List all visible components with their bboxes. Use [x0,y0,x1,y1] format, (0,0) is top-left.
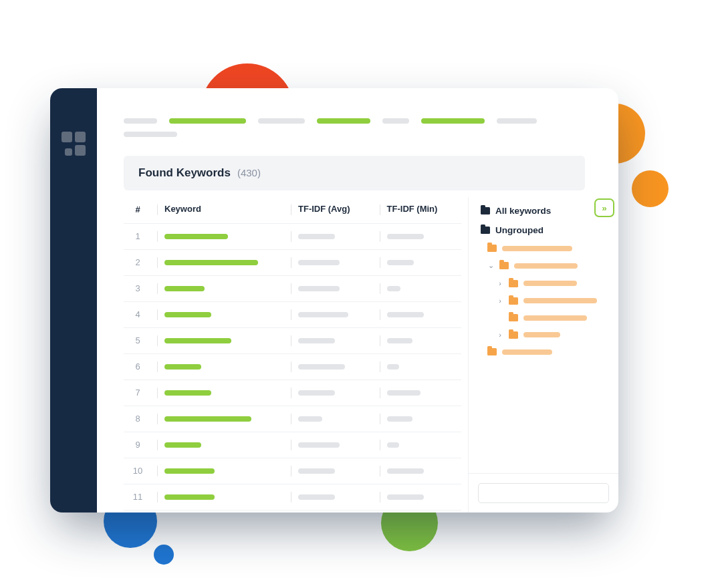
crumb-segment [382,118,409,124]
sidebar-group-item[interactable] [479,343,612,360]
cell-tfidf-min [374,484,461,510]
cell-keyword [152,406,285,432]
table-row[interactable]: 5 [124,327,461,353]
cell-tfidf-avg [285,380,374,406]
cell-tfidf-min [374,327,461,353]
cell-tfidf-avg [285,510,374,512]
table-row[interactable]: 3 [124,275,461,301]
col-number[interactable]: # [124,197,152,223]
cell-keyword [152,458,285,484]
row-number: 2 [124,249,152,275]
section-header: Found Keywords (430) [124,156,585,190]
cell-keyword [152,249,285,275]
decor-shape [632,170,669,207]
table-row[interactable]: 6 [124,353,461,380]
cell-tfidf-avg [285,458,374,484]
crumb-segment [124,132,177,137]
row-number: 4 [124,301,152,327]
chevron-down-icon: ⌄ [487,261,494,270]
row-number: 1 [124,223,152,249]
main-panel: Found Keywords (430) # Keyword TF-IDF (A… [97,88,618,512]
cell-tfidf-min [374,432,461,458]
cell-tfidf-min [374,458,461,484]
crumb-segment[interactable] [169,118,246,124]
cell-keyword [152,327,285,353]
sidebar-group-item[interactable]: › [479,326,612,343]
sidebar-group-item[interactable] [479,240,612,257]
groups-sidebar: » All keywords Ungrouped ⌄››› [468,197,618,512]
col-keyword[interactable]: Keyword [152,197,285,223]
sidebar-item-ungrouped[interactable]: Ungrouped [479,220,612,240]
row-number: 7 [124,380,152,406]
collapse-sidebar-button[interactable]: » [594,198,614,217]
cell-tfidf-min [374,406,461,432]
sidebar-item-label: All keywords [495,206,551,216]
cell-keyword [152,353,285,380]
group-label-placeholder [523,332,560,337]
table-row[interactable]: 2 [124,249,461,275]
group-label-placeholder [502,349,552,355]
cell-tfidf-avg [285,275,374,301]
group-label-placeholder [523,315,587,321]
folder-icon [509,297,518,305]
breadcrumb [124,118,618,137]
decor-shape [154,545,174,565]
cell-keyword [152,510,285,512]
group-label-placeholder [523,298,597,303]
col-tfidf-min[interactable]: TF-IDF (Min) [374,197,461,223]
apps-icon[interactable] [62,132,86,156]
sidebar-item-all-keywords[interactable]: All keywords [479,201,612,220]
row-number: 9 [124,432,152,458]
cell-tfidf-min [374,223,461,249]
cell-tfidf-min [374,353,461,380]
cell-tfidf-avg [285,432,374,458]
cell-keyword [152,380,285,406]
cell-tfidf-min [374,301,461,327]
cell-tfidf-avg [285,223,374,249]
sidebar-input[interactable] [478,483,609,503]
group-label-placeholder [514,263,578,269]
crumb-segment[interactable] [317,118,370,124]
row-number: 3 [124,275,152,301]
table-row[interactable]: 9 [124,432,461,458]
table-row[interactable]: 1 [124,223,461,249]
app-window: Found Keywords (430) # Keyword TF-IDF (A… [50,88,618,512]
crumb-segment[interactable] [421,118,485,124]
keywords-table: # Keyword TF-IDF (Avg) TF-IDF (Min) 1234… [124,197,468,512]
folder-icon [499,262,509,269]
row-number: 8 [124,406,152,432]
sidebar-group-item[interactable]: › [479,275,612,292]
table-row[interactable]: 7 [124,380,461,406]
folder-icon [509,331,518,339]
cell-tfidf-avg [285,249,374,275]
cell-tfidf-avg [285,353,374,380]
table-row[interactable]: 10 [124,458,461,484]
cell-tfidf-min [374,380,461,406]
table-row[interactable]: 4 [124,301,461,327]
nav-rail [50,88,97,512]
folder-icon [509,280,518,287]
table-row[interactable]: 11 [124,484,461,510]
cell-tfidf-min [374,249,461,275]
table-row[interactable]: 8 [124,406,461,432]
cell-tfidf-avg [285,301,374,327]
cell-keyword [152,432,285,458]
cell-tfidf-min [374,510,461,512]
crumb-segment [124,118,157,124]
sidebar-group-item[interactable] [479,309,612,326]
col-tfidf-avg[interactable]: TF-IDF (Avg) [285,197,374,223]
sidebar-item-label: Ungrouped [495,225,544,235]
cell-keyword [152,484,285,510]
chevron-right-icon: › [497,297,503,305]
cell-keyword [152,223,285,249]
cell-keyword [152,301,285,327]
folder-icon [487,348,497,355]
cell-tfidf-min [374,275,461,301]
crumb-segment [258,118,305,124]
section-title: Found Keywords [138,166,231,180]
row-number: 6 [124,353,152,380]
sidebar-group-item[interactable]: ⌄ [479,257,612,275]
table-row[interactable]: 12 [124,510,461,512]
sidebar-group-item[interactable]: › [479,292,612,309]
row-number: 5 [124,327,152,353]
